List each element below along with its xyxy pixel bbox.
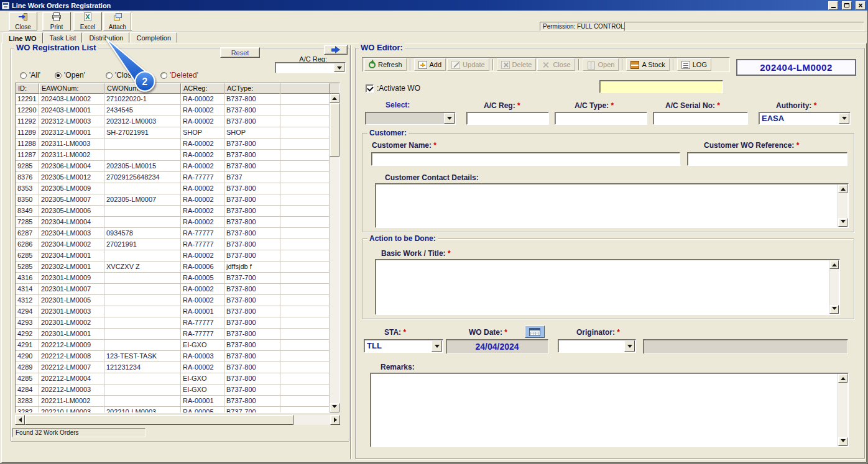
table-row[interactable]: 4294202301-LM0003RA-00001B737-800 — [16, 306, 330, 317]
scroll-down-button[interactable] — [838, 437, 847, 446]
table-row[interactable]: 6286202304-LM000227021991RA-77777B737-80… — [16, 239, 330, 250]
ac-type-input[interactable] — [555, 112, 647, 125]
table-row[interactable]: 8353202305-LM0009RA-00002B737-800 — [16, 183, 330, 194]
refresh-button[interactable]: Refresh — [364, 58, 407, 71]
wo-date-field[interactable]: 24/04/2024 — [446, 339, 548, 354]
tab-line-wo[interactable]: Line WO — [2, 32, 43, 43]
col-id[interactable]: ID: — [16, 83, 39, 94]
basic-work-textarea[interactable] — [375, 259, 840, 315]
activate-wo-checkbox[interactable] — [366, 84, 374, 93]
panel-splitter[interactable] — [350, 45, 352, 459]
table-row[interactable]: 4290202212-LM0008123-TEST-TASKRA-00003B7… — [16, 351, 330, 362]
table-row[interactable]: 4292202301-LM0001RA-77777B737-800 — [16, 329, 330, 340]
table-row[interactable]: 4284202212-LM0003EI-GXOB737-800 — [16, 384, 330, 396]
ac-reg-filter-combo[interactable] — [275, 62, 346, 73]
tab-completion[interactable]: Completion — [130, 32, 177, 43]
scroll-up-button[interactable] — [838, 374, 847, 383]
table-row[interactable]: 11288202311-LM0003RA-00002B737-800 — [16, 139, 330, 150]
update-button[interactable]: Update — [447, 58, 489, 71]
dropdown-arrow-icon[interactable] — [839, 113, 849, 124]
table-row[interactable]: 4285202212-LM0004EI-GXOB737-800 — [16, 373, 330, 384]
customer-wo-ref-input[interactable] — [687, 152, 847, 166]
table-row[interactable]: 3283202211-LM0002RA-00001B737-800 — [16, 396, 330, 407]
a-stock-button[interactable]: A Stock — [626, 58, 669, 71]
table-row[interactable]: 11287202311-LM0002RA-00002B737-800 — [16, 150, 330, 161]
filter-deleted[interactable]: 'Deleted' — [160, 71, 198, 80]
close-wo-button[interactable]: Close — [537, 58, 575, 71]
table-row[interactable]: 6287202304-LM00030934578RA-77777B737-800 — [16, 228, 330, 239]
table-row[interactable]: 4316202301-LM0009RA-00005B737-700 — [16, 273, 330, 284]
collapse-panel-button[interactable] — [324, 45, 348, 55]
dropdown-arrow-icon[interactable] — [444, 113, 455, 124]
table-row[interactable]: 5285202302-LM0001XVCZXV ZRA-00006jdffsjd… — [16, 262, 330, 273]
sta-combo[interactable]: TLL — [364, 339, 443, 353]
scroll-up-button[interactable] — [829, 260, 839, 269]
table-row[interactable]: 4314202301-LM0007RA-00002B737-800 — [16, 284, 330, 295]
col-acreg[interactable]: ACReg: — [181, 83, 224, 94]
radio-deleted[interactable] — [160, 72, 167, 79]
filter-open[interactable]: 'Open' — [55, 71, 85, 80]
table-row[interactable]: 4312202301-LM0005RA-00002B737-800 — [16, 295, 330, 306]
select-combo[interactable] — [365, 112, 456, 125]
vertical-scroll-thumb[interactable] — [330, 103, 339, 157]
customer-contact-textarea[interactable] — [375, 183, 849, 228]
scroll-down-button[interactable] — [829, 305, 839, 314]
ac-reg-input[interactable] — [466, 112, 549, 125]
table-row[interactable]: 8349202305-LM0006RA-00002B737-800 — [16, 206, 330, 217]
filter-all[interactable]: 'All' — [20, 71, 40, 80]
radio-all[interactable] — [20, 72, 27, 79]
dropdown-arrow-icon[interactable] — [624, 340, 635, 352]
log-button[interactable]: LOG — [677, 58, 711, 71]
vertical-scrollbar[interactable] — [838, 374, 847, 446]
delete-button[interactable]: Delete — [497, 58, 537, 71]
col-cwonum[interactable]: CWONum: — [104, 83, 181, 94]
vertical-scrollbar[interactable] — [838, 184, 847, 227]
close-window-button[interactable] — [856, 1, 866, 10]
attach-button[interactable]: Attach — [103, 12, 132, 30]
dropdown-arrow-icon[interactable] — [334, 63, 344, 72]
scroll-left-button[interactable] — [15, 415, 25, 425]
tab-distribution[interactable]: Distribution — [83, 32, 129, 43]
scroll-up-button[interactable] — [330, 94, 339, 103]
print-button[interactable]: Print — [42, 12, 71, 30]
minimize-button[interactable] — [828, 1, 838, 10]
customer-name-input[interactable] — [371, 152, 680, 166]
dropdown-arrow-icon[interactable] — [432, 340, 442, 352]
scroll-up-button[interactable] — [838, 184, 847, 193]
table-row[interactable]: 8350202305-LM0007202305-LM0007RA-00002B7… — [16, 194, 330, 206]
maximize-button[interactable] — [842, 1, 852, 10]
table-row[interactable]: 7285202304-LM0004RA-00002B737-800 — [16, 217, 330, 228]
authority-combo[interactable]: EASA — [759, 112, 851, 125]
remarks-textarea[interactable] — [370, 373, 849, 447]
table-row[interactable]: 12291202403-LM0002271022020-1RA-00002B73… — [16, 94, 330, 105]
radio-close[interactable] — [106, 72, 113, 79]
horizontal-scrollbar[interactable] — [15, 415, 340, 425]
calendar-button[interactable] — [525, 325, 545, 338]
table-row[interactable]: 12290202403-LM00012434545RA-00002B737-80… — [16, 105, 330, 116]
excel-button[interactable]: X Excel — [73, 12, 102, 30]
radio-open[interactable] — [55, 72, 62, 79]
add-button[interactable]: Add — [414, 58, 446, 71]
table-row[interactable]: 11292202312-LM0003202312-LM0003RA-00002B… — [16, 116, 330, 127]
originator-combo[interactable] — [558, 339, 636, 353]
table-row[interactable]: 4291202212-LM0009EI-GXOB737-800 — [16, 340, 330, 351]
table-row[interactable]: 8376202305-LM001227029125648234RA-77777B… — [16, 172, 330, 183]
reset-button[interactable]: Reset — [220, 47, 260, 58]
vertical-scrollbar[interactable] — [330, 94, 339, 412]
table-row[interactable]: 11289202312-LM0001SH-27021991SHOPSHOP — [16, 127, 330, 139]
scroll-down-button[interactable] — [838, 218, 847, 227]
scroll-right-button[interactable] — [330, 415, 340, 425]
col-eawonum[interactable]: EAWONum: — [39, 83, 104, 94]
table-row[interactable]: 6285202304-LM0001RA-00002B737-800 — [16, 250, 330, 262]
highlight-field[interactable] — [599, 80, 723, 93]
filter-close[interactable]: 'Close' — [106, 71, 137, 80]
scroll-down-button[interactable] — [330, 403, 339, 412]
tab-task-list[interactable]: Task List — [44, 32, 83, 43]
open-wo-button[interactable]: Open — [583, 58, 619, 71]
table-row[interactable]: 3282202210-LM0003202210-LM0003RA-00005B7… — [16, 407, 330, 412]
horizontal-scroll-thumb[interactable] — [25, 415, 293, 425]
table-row[interactable]: 4293202301-LM0002RA-77777B737-800 — [16, 317, 330, 329]
table-row[interactable]: 4289202212-LM0007121231234RA-00002B737-8… — [16, 362, 330, 373]
ac-serial-input[interactable] — [653, 112, 748, 125]
vertical-scrollbar[interactable] — [829, 260, 839, 314]
